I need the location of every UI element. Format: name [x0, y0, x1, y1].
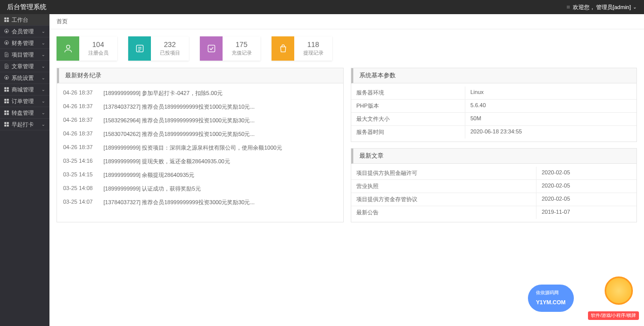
breadcrumb-home[interactable]: 首页 [57, 18, 68, 25]
chevron-down-icon: ⌄ [41, 52, 45, 57]
sidebar-item-6[interactable]: 商城管理⌄ [0, 84, 49, 96]
main-content: 首页 104注册会员232已投项目175充值记录118提现记录 最新财务纪录 0… [49, 14, 644, 326]
svg-rect-25 [208, 45, 214, 52]
info-val: Linux [465, 86, 636, 99]
sidebar-item-9[interactable]: 早起打卡⌄ [0, 119, 49, 130]
sidebar-item-2[interactable]: 财务管理⌄ [0, 37, 49, 49]
info-key: 服务器环境 [351, 86, 465, 99]
list-icon [128, 36, 151, 61]
svg-rect-14 [7, 102, 9, 104]
finance-row[interactable]: 04-26 18:37[13784037327] 推荐会员18999999999… [57, 100, 343, 114]
article-title: 项目提供方执照金融许可 [351, 167, 536, 179]
info-key: 服务器时间 [351, 126, 465, 138]
chevron-down-icon: ⌄ [41, 122, 45, 127]
finance-row[interactable]: 03-25 14:08[18999999999] 认证成功，获得奖励5元 [57, 182, 343, 196]
grid-icon [4, 122, 9, 127]
article-row[interactable]: 营业执照2020-02-05 [351, 180, 636, 193]
gear-icon [4, 75, 9, 80]
chevron-down-icon: ⌄ [41, 40, 45, 45]
svg-rect-1 [7, 18, 9, 20]
info-val: 50M [465, 113, 636, 125]
log-text: [18999999999] 提现失败，返还金额28640935.00元 [103, 158, 337, 165]
chevron-down-icon: ⌄ [41, 64, 45, 69]
article-date: 2020-02-05 [536, 180, 636, 193]
svg-rect-7 [5, 87, 7, 89]
finance-row[interactable]: 04-26 18:37[18999999999] 参加早起打卡-0427，扣除5… [57, 86, 343, 100]
stat-card[interactable]: 118提现记录 [272, 36, 332, 61]
article-title: 营业执照 [351, 180, 536, 193]
svg-rect-10 [7, 90, 9, 92]
log-time: 04-26 18:37 [63, 130, 103, 138]
sidebar-item-label: 工作台 [12, 16, 45, 24]
svg-rect-19 [5, 122, 7, 124]
sidebar-item-5[interactable]: 系统设置⌄ [0, 72, 49, 84]
finance-row[interactable]: 04-26 18:37[15832962964] 推荐会员18999999999… [57, 114, 343, 127]
chevron-down-icon: ⌄ [633, 5, 637, 10]
user-icon [57, 36, 79, 61]
sidebar-item-label: 订单管理 [12, 98, 41, 105]
log-text: [13784037327] 推荐会员18999999999投资1000元奖励10… [103, 103, 337, 111]
stat-number: 104 [92, 40, 104, 49]
article-row[interactable]: 项目提供方执照金融许可2020-02-05 [351, 167, 636, 180]
sidebar-item-4[interactable]: 文章管理⌄ [0, 61, 49, 72]
log-time: 03-25 14:07 [63, 199, 103, 206]
finance-row[interactable]: 03-25 14:15[18999999999] 余额提现28640935元 [57, 168, 343, 182]
svg-rect-17 [5, 113, 7, 115]
log-time: 03-25 14:16 [63, 158, 103, 165]
doc-icon [4, 52, 9, 57]
log-text: [18999999999] 余额提现28640935元 [103, 171, 337, 179]
log-text: [18999999999] 投资项目：深圳康之源泉科技有限公司，使用余额1000… [103, 144, 337, 152]
article-row[interactable]: 项目提供方资金存管协议2020-02-05 [351, 193, 636, 206]
stat-label: 已投项目 [160, 50, 180, 57]
user-icon [567, 6, 570, 9]
chevron-down-icon: ⌄ [41, 110, 45, 115]
info-val: 5.6.40 [465, 100, 636, 112]
check-icon [200, 36, 223, 61]
finance-row[interactable]: 04-26 18:37[18999999999] 投资项目：深圳康之源泉科技有限… [57, 141, 343, 155]
sidebar-item-label: 项目管理 [12, 51, 41, 59]
stat-card[interactable]: 175充值记录 [200, 36, 260, 61]
sidebar-item-0[interactable]: 工作台 [0, 14, 49, 26]
stat-card[interactable]: 232已投项目 [128, 36, 189, 61]
svg-rect-0 [5, 18, 7, 20]
sidebar-item-8[interactable]: 转盘管理⌄ [0, 107, 49, 119]
log-time: 03-25 14:08 [63, 185, 103, 193]
finance-row[interactable]: 04-26 18:37[15830704262] 推荐会员18999999999… [57, 127, 343, 141]
finance-row[interactable]: 03-25 14:16[18999999999] 提现失败，返还金额286409… [57, 155, 343, 168]
log-text: [18999999999] 认证成功，获得奖励5元 [103, 185, 337, 193]
log-time: 04-26 18:37 [63, 103, 103, 111]
info-key: PHP版本 [351, 100, 465, 112]
log-text: [13784037327] 推荐会员18999999999投资3000元奖励30… [103, 199, 337, 206]
grid-icon [4, 99, 9, 104]
chevron-down-icon: ⌄ [41, 99, 45, 104]
sidebar-item-label: 系统设置 [12, 74, 41, 82]
sidebar-item-7[interactable]: 订单管理⌄ [0, 96, 49, 107]
stat-label: 充值记录 [232, 50, 252, 57]
gear-icon [4, 40, 9, 45]
user-menu[interactable]: 欢迎您， 管理员[admin] ⌄ [567, 4, 637, 11]
articles-table: 项目提供方执照金融许可2020-02-05营业执照2020-02-05项目提供方… [351, 164, 636, 222]
breadcrumb: 首页 [49, 14, 644, 29]
svg-point-23 [66, 45, 70, 49]
svg-point-4 [6, 30, 7, 32]
sidebar-item-label: 文章管理 [12, 63, 41, 70]
user-role: 管理员[admin] [596, 4, 631, 11]
stat-number: 232 [164, 40, 176, 49]
sidebar-item-label: 会员管理 [12, 28, 41, 35]
doc-icon [4, 64, 9, 69]
sidebar-item-3[interactable]: 项目管理⌄ [0, 49, 49, 61]
sidebar-item-1[interactable]: 会员管理⌄ [0, 26, 49, 37]
stat-card[interactable]: 104注册会员 [57, 36, 117, 61]
finance-panel-title: 最新财务纪录 [57, 68, 343, 83]
log-time: 03-25 14:15 [63, 171, 103, 179]
svg-rect-21 [5, 125, 7, 127]
svg-rect-11 [5, 99, 7, 101]
svg-rect-22 [7, 125, 9, 127]
svg-rect-18 [7, 113, 9, 115]
finance-row[interactable]: 03-25 14:07[13784037327] 推荐会员18999999999… [57, 196, 343, 209]
sysinfo-row: 服务器时间2020-06-18 23:34:55 [351, 126, 636, 138]
sidebar-item-label: 财务管理 [12, 39, 41, 47]
svg-point-6 [6, 77, 7, 78]
svg-rect-3 [7, 20, 9, 22]
article-row[interactable]: 最新公告2019-11-07 [351, 206, 636, 219]
